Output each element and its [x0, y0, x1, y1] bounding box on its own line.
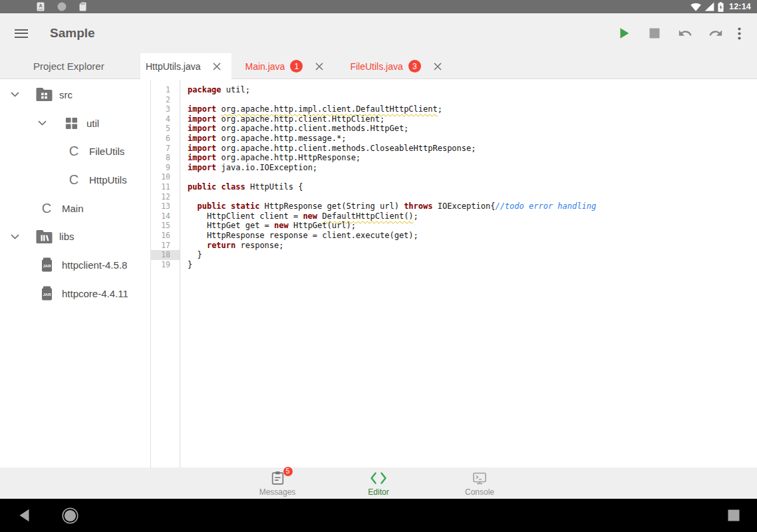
code-pane[interactable]: package util; import org.apache.http.imp… — [180, 79, 757, 467]
bottom-navigation: 5MessagesEditorConsole — [0, 467, 757, 499]
line-number-gutter: 12345678910111213141516171819 — [151, 79, 180, 467]
close-icon — [315, 63, 323, 70]
back-button[interactable] — [19, 499, 30, 532]
cellular-signal-icon — [704, 2, 714, 11]
line-number: 15 — [151, 221, 180, 231]
nav-tab-console[interactable]: Console — [452, 470, 508, 497]
code-line[interactable] — [188, 95, 757, 105]
run-button[interactable] — [616, 25, 632, 41]
chevron-down-icon — [38, 120, 47, 126]
nav-tab-label: Editor — [368, 487, 388, 497]
overflow-menu-button[interactable] — [731, 25, 747, 41]
tree-item-src[interactable]: src — [0, 80, 150, 109]
error-count-badge: 1 — [290, 60, 303, 72]
code-line[interactable]: HttpResponse response = client.execute(g… — [188, 231, 757, 241]
line-number: 17 — [151, 241, 180, 251]
dot-notification-icon — [57, 2, 67, 11]
tree-item-libs[interactable]: libs — [0, 222, 150, 251]
code-line[interactable]: public static HttpResponse get(String ur… — [188, 201, 757, 211]
code-line[interactable]: HttpClient client = new DefaultHttpClien… — [188, 211, 757, 221]
line-number: 5 — [151, 124, 180, 134]
recents-icon — [728, 509, 740, 521]
notification-badge: 5 — [283, 467, 293, 476]
tree-item-httpclient-4-5-8[interactable]: JARhttpclient-4.5.8 — [0, 251, 150, 279]
code-line[interactable]: } — [188, 250, 757, 260]
line-number: 13 — [151, 201, 180, 211]
tree-item-label: libs — [59, 231, 75, 242]
code-line[interactable]: import org.apache.http.impl.client.Defau… — [188, 104, 757, 114]
wifi-icon — [690, 2, 701, 11]
nav-tab-editor[interactable]: Editor — [351, 470, 406, 497]
chevron-down-icon — [11, 92, 19, 97]
close-tab-button[interactable] — [434, 63, 442, 70]
battery-charging-icon — [718, 2, 724, 12]
status-bar-system-icons: 12:14 — [690, 2, 757, 12]
code-line[interactable]: import java.io.IOException; — [188, 163, 757, 173]
tab-fileutils-java[interactable]: FileUtils.java3 — [337, 53, 454, 79]
close-icon — [213, 63, 221, 70]
close-tab-button[interactable] — [315, 63, 323, 70]
stop-button[interactable] — [647, 25, 663, 41]
main-content: srcutilCFileUtilsCHttpUtilsCMainlibsJARh… — [0, 79, 757, 467]
expand-collapse-toggle[interactable] — [11, 234, 35, 239]
code-line[interactable] — [188, 192, 757, 202]
home-icon — [62, 507, 78, 524]
svg-text:JAR: JAR — [43, 293, 51, 297]
tab-bar: Project Explorer HttpUtils.javaMain.java… — [0, 53, 757, 79]
recents-button[interactable] — [728, 499, 740, 532]
line-number: 12 — [151, 192, 180, 202]
code-line[interactable]: package util; — [188, 85, 757, 95]
project-explorer-header: Project Explorer — [0, 53, 140, 79]
tab-httputils-java[interactable]: HttpUtils.java — [140, 53, 231, 80]
console-icon — [472, 470, 488, 486]
undo-icon — [678, 26, 692, 41]
expand-collapse-toggle[interactable] — [38, 120, 63, 126]
line-number: 14 — [151, 211, 180, 221]
tree-item-fileutils[interactable]: CFileUtils — [0, 137, 150, 166]
svg-text:A: A — [39, 3, 42, 8]
redo-button[interactable] — [708, 25, 724, 41]
nav-tab-label: Console — [465, 487, 494, 497]
code-line[interactable]: import org.apache.http.client.methods.Ht… — [188, 124, 757, 134]
tree-item-httputils[interactable]: CHttpUtils — [0, 166, 150, 194]
overflow-icon — [738, 27, 741, 40]
code-line[interactable]: } — [188, 260, 757, 270]
tab-main-java[interactable]: Main.java1 — [231, 53, 337, 79]
line-number: 7 — [151, 144, 180, 154]
ide-app-window: A 12:14 Sample — [0, 0, 757, 532]
error-count-badge: 3 — [408, 60, 421, 72]
project-explorer-tree: srcutilCFileUtilsCHttpUtilsCMainlibsJARh… — [0, 79, 151, 467]
home-button[interactable] — [62, 499, 78, 532]
line-number: 10 — [151, 172, 180, 182]
tab-label: Main.java — [245, 61, 285, 72]
class-icon: C — [38, 201, 55, 216]
code-line[interactable]: import org.apache.http.client.HttpClient… — [188, 114, 757, 124]
folder-grid-icon — [35, 88, 53, 101]
code-line[interactable] — [188, 172, 757, 182]
line-number: 11 — [151, 182, 180, 192]
menu-button[interactable] — [15, 27, 28, 40]
line-number: 8 — [151, 153, 180, 163]
tree-item-main[interactable]: CMain — [0, 194, 150, 223]
undo-button[interactable] — [677, 25, 693, 41]
code-line[interactable]: import org.apache.http.HttpResponse; — [188, 153, 757, 163]
clock: 12:14 — [729, 2, 751, 11]
line-number: 18 — [151, 250, 180, 260]
nav-tab-messages[interactable]: 5Messages — [249, 470, 305, 497]
code-line[interactable]: import org.apache.http.message.*; — [188, 134, 757, 144]
package-icon — [63, 117, 80, 130]
jar-icon: JAR — [38, 257, 55, 272]
close-tab-button[interactable] — [213, 63, 221, 70]
tree-item-httpcore-4-4-11[interactable]: JARhttpcore-4.4.11 — [0, 279, 150, 308]
line-number: 2 — [151, 95, 180, 105]
tree-item-util[interactable]: util — [0, 109, 150, 138]
expand-collapse-toggle[interactable] — [11, 92, 35, 97]
tree-item-label: Main — [62, 203, 84, 214]
code-line[interactable]: HttpGet get = new HttpGet(url); — [188, 221, 757, 231]
line-number: 6 — [151, 134, 180, 144]
code-line[interactable]: public class HttpUtils { — [188, 182, 757, 192]
letter-a-notification-icon: A — [37, 2, 45, 11]
code-line[interactable]: return response; — [188, 241, 757, 251]
code-line[interactable]: import org.apache.http.client.methods.Cl… — [188, 144, 757, 154]
code-editor: 12345678910111213141516171819 package ut… — [151, 79, 757, 467]
